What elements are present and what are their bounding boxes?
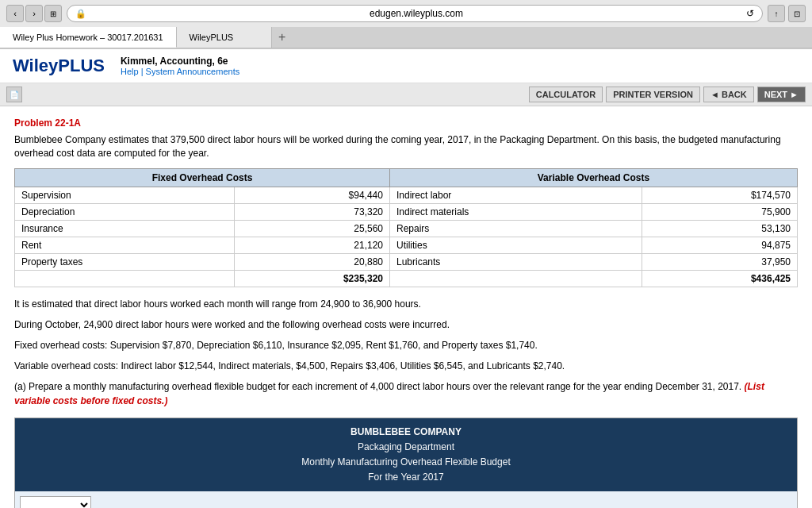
tab-wileyplus-label: WileyPLUS bbox=[190, 33, 234, 42]
variable-item-2-amount: 75,900 bbox=[642, 203, 798, 220]
variable-item-5-label: Lubricants bbox=[389, 253, 642, 270]
info-text-3: Fixed overhead costs: Supervision $7,870… bbox=[14, 338, 798, 352]
table-row: Depreciation 73,320 Indirect materials 7… bbox=[15, 203, 798, 220]
variable-header: Variable Overhead Costs bbox=[389, 168, 797, 187]
help-link[interactable]: Help bbox=[121, 67, 139, 76]
budget-form: $ $ $ $ bbox=[15, 491, 797, 508]
variable-total: $436,425 bbox=[642, 270, 798, 287]
back-button[interactable]: ◄ BACK bbox=[703, 87, 754, 102]
calculator-button[interactable]: CALCULATOR bbox=[529, 87, 603, 102]
tab-wileyplus[interactable]: WileyPLUS bbox=[177, 27, 272, 48]
fixed-item-3-amount: 25,560 bbox=[234, 220, 389, 237]
forward-nav-button[interactable]: › bbox=[25, 5, 43, 22]
announcements-link[interactable]: System Announcements bbox=[146, 67, 240, 76]
browser-chrome: ‹ › ⊞ 🔒 ↺ ↑ ⊡ Wiley Plus Homework – 3001… bbox=[0, 0, 812, 49]
budget-title: Monthly Manufacturing Overhead Flexible … bbox=[21, 455, 791, 470]
export-icon[interactable]: 📄 bbox=[6, 87, 22, 102]
budget-dept: Packaging Department bbox=[21, 440, 791, 455]
problem-title: Problem 22-1A bbox=[14, 117, 798, 129]
fixed-item-4-amount: 21,120 bbox=[234, 237, 389, 253]
wiley-logo: WileyPLUS bbox=[13, 56, 105, 76]
fixed-item-2-amount: 73,320 bbox=[234, 203, 389, 220]
browser-actions: ↑ ⊡ bbox=[768, 5, 806, 22]
variable-item-3-amount: 53,130 bbox=[642, 220, 798, 237]
new-tab-button[interactable]: ⊡ bbox=[788, 5, 806, 22]
info-text-4: Variable overhead costs: Indirect labor … bbox=[14, 359, 798, 373]
tabs-bar: Wiley Plus Homework – 30017.201631 Wiley… bbox=[0, 27, 812, 48]
printer-button[interactable]: PRINTER VERSION bbox=[606, 87, 700, 102]
info-text-2: During October, 24,900 direct labor hour… bbox=[14, 318, 798, 332]
budget-form-row-1 bbox=[20, 496, 792, 508]
variable-item-4-amount: 94,875 bbox=[642, 237, 798, 253]
wiley-header: WileyPLUS Kimmel, Accounting, 6e Help | … bbox=[0, 49, 812, 83]
logo-text: WileyPLUS bbox=[13, 56, 105, 75]
fixed-header: Fixed Overhead Costs bbox=[15, 168, 390, 187]
header-info: Kimmel, Accounting, 6e Help | System Ann… bbox=[121, 56, 239, 76]
address-bar[interactable]: 🔒 ↺ bbox=[67, 5, 763, 22]
main-content: Problem 22-1A Bumblebee Company estimate… bbox=[0, 106, 812, 508]
instruction-a-text: (a) Prepare a monthly manufacturing over… bbox=[14, 381, 741, 392]
lock-icon: 🔒 bbox=[75, 9, 86, 19]
table-row: Rent 21,120 Utilities 94,875 bbox=[15, 237, 798, 253]
next-button[interactable]: NEXT ► bbox=[757, 87, 806, 102]
overhead-table: Fixed Overhead Costs Variable Overhead C… bbox=[14, 168, 798, 287]
variable-item-5-amount: 37,950 bbox=[642, 253, 798, 270]
fixed-item-5-label: Property taxes bbox=[15, 253, 235, 270]
course-title: Kimmel, Accounting, 6e bbox=[121, 56, 239, 67]
table-row: Supervision $94,440 Indirect labor $174,… bbox=[15, 187, 798, 203]
reload-icon: ↺ bbox=[746, 8, 754, 19]
fixed-total: $235,320 bbox=[234, 270, 389, 287]
fixed-item-1-label: Supervision bbox=[15, 187, 235, 203]
fixed-item-3-label: Insurance bbox=[15, 220, 235, 237]
table-row: Property taxes 20,880 Lubricants 37,950 bbox=[15, 253, 798, 270]
new-tab-add-button[interactable]: + bbox=[272, 27, 293, 48]
budget-company: BUMBLEBEE COMPANY bbox=[21, 425, 791, 440]
budget-select-1[interactable] bbox=[20, 496, 91, 508]
browser-toolbar: ‹ › ⊞ 🔒 ↺ ↑ ⊡ bbox=[0, 0, 812, 27]
problem-intro: Bumblebee Company estimates that 379,500… bbox=[14, 133, 798, 160]
variable-item-1-amount: $174,570 bbox=[642, 187, 798, 203]
variable-item-1-label: Indirect labor bbox=[389, 187, 642, 203]
variable-item-4-label: Utilities bbox=[389, 237, 642, 253]
url-input[interactable] bbox=[90, 8, 742, 19]
content-toolbar: 📄 CALCULATOR PRINTER VERSION ◄ BACK NEXT… bbox=[0, 83, 812, 106]
fixed-item-5-amount: 20,880 bbox=[234, 253, 389, 270]
share-button[interactable]: ↑ bbox=[768, 5, 785, 22]
nav-buttons: ‹ › ⊞ bbox=[6, 5, 62, 22]
variable-item-2-label: Indirect materials bbox=[389, 203, 642, 220]
variable-item-3-label: Repairs bbox=[389, 220, 642, 237]
info-text-1: It is estimated that direct labor hours … bbox=[14, 297, 798, 311]
tab-homework[interactable]: Wiley Plus Homework – 30017.201631 bbox=[0, 27, 177, 48]
fixed-item-4-label: Rent bbox=[15, 237, 235, 253]
header-links: Help | System Announcements bbox=[121, 67, 239, 76]
budget-section: BUMBLEBEE COMPANY Packaging Department M… bbox=[14, 418, 798, 508]
toolbar-left: 📄 bbox=[6, 87, 22, 102]
total-row: $235,320 $436,425 bbox=[15, 270, 798, 287]
instruction-text: (a) Prepare a monthly manufacturing over… bbox=[14, 379, 798, 408]
tab-switcher-button[interactable]: ⊞ bbox=[44, 5, 62, 22]
table-row: Insurance 25,560 Repairs 53,130 bbox=[15, 220, 798, 237]
fixed-item-1-amount: $94,440 bbox=[234, 187, 389, 203]
fixed-item-2-label: Depreciation bbox=[15, 203, 235, 220]
tab-homework-label: Wiley Plus Homework – 30017.201631 bbox=[13, 33, 163, 42]
toolbar-right: CALCULATOR PRINTER VERSION ◄ BACK NEXT ► bbox=[529, 87, 806, 102]
budget-header: BUMBLEBEE COMPANY Packaging Department M… bbox=[15, 418, 797, 492]
back-nav-button[interactable]: ‹ bbox=[6, 5, 24, 22]
budget-year: For the Year 2017 bbox=[21, 470, 791, 485]
